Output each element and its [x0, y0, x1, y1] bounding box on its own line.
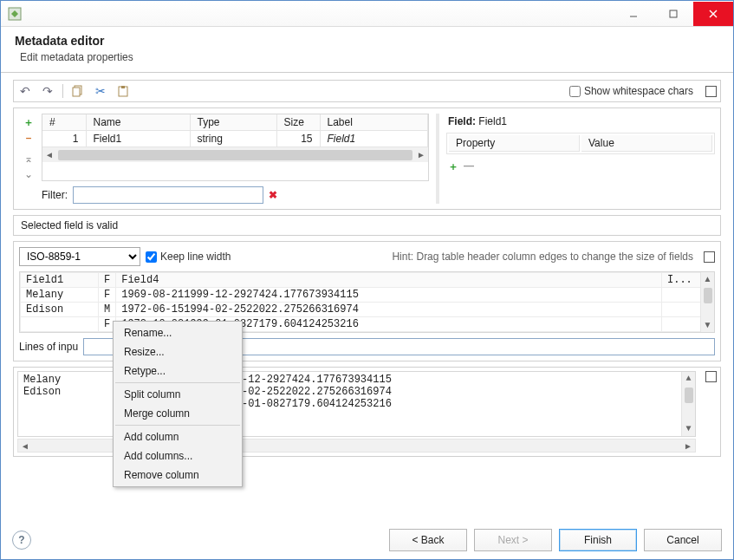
context-menu: Rename... Resize... Retype... Split colu…	[113, 321, 243, 487]
dialog-header: Metadata editor Edit metadata properties	[1, 27, 733, 73]
menu-add-columns[interactable]: Add columns...	[115, 446, 240, 466]
filter-label: Filter:	[42, 189, 68, 201]
page-title: Metadata editor	[15, 34, 719, 48]
col-num[interactable]: #	[42, 114, 86, 131]
table-row[interactable]: Edison M 1972-06-151994-02-2522022.27526…	[21, 303, 714, 317]
table-row[interactable]: 1 Field1 string 15 Field1	[42, 131, 428, 147]
menu-separator	[115, 425, 240, 426]
move-bottom-button[interactable]: ⌄	[22, 167, 36, 181]
cell-name: Field1	[86, 131, 190, 147]
app-icon	[8, 7, 22, 21]
col-type[interactable]: Type	[190, 114, 276, 131]
scroll-right-icon[interactable]: ►	[414, 150, 428, 160]
clear-filter-button[interactable]: ✖	[269, 189, 277, 201]
undo-icon[interactable]: ↶	[17, 83, 33, 99]
back-button[interactable]: < Back	[389, 529, 467, 551]
scroll-thumb[interactable]	[704, 288, 712, 303]
col-value[interactable]: Value	[581, 135, 712, 152]
cell-num: 1	[42, 131, 86, 147]
keep-line-width-checkbox[interactable]: Keep line width	[146, 251, 231, 263]
menu-remove-column[interactable]: Remove column	[115, 466, 240, 485]
remove-property-button[interactable]: —	[464, 160, 474, 174]
add-field-button[interactable]: ＋	[22, 115, 36, 129]
dialog-footer: ? < Back Next > Finish Cancel	[0, 529, 734, 551]
cut-icon[interactable]: ✂	[93, 83, 108, 99]
menu-retype[interactable]: Retype...	[115, 361, 240, 381]
field-label-prefix: Field:	[448, 115, 476, 127]
redo-icon[interactable]: ↷	[40, 83, 55, 99]
show-whitespace-checkbox[interactable]: Show whitespace chars	[569, 85, 693, 97]
window-titlebar	[1, 1, 733, 27]
next-button: Next >	[474, 529, 552, 551]
scroll-up-icon[interactable]: ▲	[685, 372, 691, 386]
field-label-name: Field1	[478, 115, 507, 127]
minimize-button[interactable]	[614, 2, 653, 26]
paste-icon[interactable]	[115, 83, 131, 99]
status-bar: Selected field is valid	[13, 215, 721, 236]
editor-toolbar: ↶ ↷ ✂ Show whitespace chars	[13, 80, 721, 102]
raw-maximize-icon[interactable]	[705, 371, 717, 382]
svg-rect-6	[73, 88, 80, 96]
scroll-down-icon[interactable]: ▼	[685, 422, 691, 436]
property-actions: ＋ —	[446, 160, 715, 174]
menu-add-column[interactable]: Add column	[115, 427, 240, 446]
cell-type: string	[190, 131, 276, 147]
keep-line-width-label: Keep line width	[160, 251, 231, 263]
add-property-button[interactable]: ＋	[448, 160, 458, 174]
raw-vscroll[interactable]: ▲ ▼	[681, 372, 695, 436]
table-row[interactable]: Melany F 1969-08-211999-12-2927424.17767…	[21, 288, 714, 303]
preview-h2[interactable]: Field4	[116, 273, 662, 288]
move-top-button[interactable]: ⌅	[22, 152, 36, 166]
keep-line-width-input[interactable]	[146, 251, 157, 263]
page-subtitle: Edit metadata properties	[15, 51, 719, 63]
svg-rect-8	[121, 86, 125, 88]
remove-field-button[interactable]: －	[22, 131, 36, 145]
splitter[interactable]	[436, 114, 439, 204]
svg-rect-2	[670, 10, 677, 17]
panel-maximize-icon[interactable]	[705, 86, 717, 97]
lines-label: Lines of inpu	[19, 341, 78, 353]
scroll-down-icon[interactable]: ▼	[704, 318, 712, 332]
help-button[interactable]: ?	[12, 531, 31, 550]
scroll-right-icon[interactable]: ►	[681, 441, 695, 451]
cell-size: 15	[276, 131, 320, 147]
close-button[interactable]	[693, 2, 733, 26]
show-whitespace-input[interactable]	[569, 86, 581, 97]
fields-panel: ＋ － ⌅ ⌄ # Name Type Size Label	[13, 107, 721, 210]
col-size[interactable]: Size	[276, 114, 320, 131]
scroll-up-icon[interactable]: ▲	[704, 272, 712, 286]
menu-resize[interactable]: Resize...	[115, 342, 240, 361]
scroll-thumb[interactable]	[685, 387, 693, 403]
preview-vscroll[interactable]: ▲ ▼	[700, 272, 714, 332]
field-row-controls: ＋ － ⌅ ⌄	[19, 114, 38, 181]
scroll-thumb[interactable]	[58, 150, 412, 160]
menu-rename[interactable]: Rename...	[115, 323, 240, 342]
encoding-select[interactable]: ISO-8859-1	[19, 247, 140, 266]
finish-button[interactable]: Finish	[559, 529, 637, 551]
fields-table[interactable]: # Name Type Size Label 1 Field1	[42, 114, 428, 147]
col-name[interactable]: Name	[86, 114, 190, 131]
preview-h1[interactable]: F	[99, 273, 116, 288]
preview-h0[interactable]: Field1	[21, 273, 99, 288]
separator	[62, 84, 63, 98]
preview-maximize-icon[interactable]	[704, 251, 715, 263]
menu-split-column[interactable]: Split column	[115, 385, 240, 404]
status-text: Selected field is valid	[21, 219, 118, 231]
filter-input[interactable]	[73, 186, 263, 204]
copy-icon[interactable]	[70, 83, 86, 99]
col-property[interactable]: Property	[449, 135, 580, 152]
scroll-left-icon[interactable]: ◄	[42, 150, 56, 160]
cell-label: Field1	[320, 131, 428, 147]
fields-table-wrap: # Name Type Size Label 1 Field1	[42, 114, 429, 181]
menu-merge-column[interactable]: Merge column	[115, 404, 240, 423]
preview-hint: Hint: Drag table header column edges to …	[236, 251, 693, 263]
scroll-left-icon[interactable]: ◄	[18, 441, 32, 451]
menu-separator	[115, 382, 240, 383]
field-detail-header: Field: Field1	[446, 114, 715, 133]
col-label[interactable]: Label	[320, 114, 428, 131]
cancel-button[interactable]: Cancel	[644, 529, 722, 551]
filter-row: Filter: ✖	[19, 186, 429, 204]
properties-table[interactable]: Property Value	[446, 133, 715, 154]
fields-hscroll[interactable]: ◄ ►	[42, 147, 428, 162]
maximize-button[interactable]	[653, 2, 693, 26]
